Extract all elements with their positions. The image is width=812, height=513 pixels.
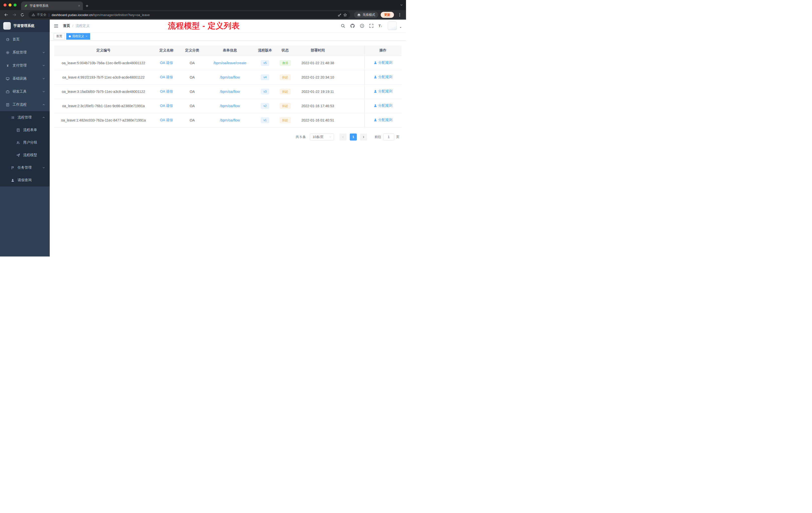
- user-avatar[interactable]: [388, 22, 397, 30]
- page-number-current[interactable]: 1: [350, 133, 357, 141]
- zoom-window-button[interactable]: [13, 3, 17, 6]
- sidebar-item-user-group[interactable]: 用户分组: [0, 136, 50, 149]
- table-row: oa_leave:5:004b710b-7b8a-11ec-8ef0-acde4…: [54, 56, 402, 70]
- bookmark-star-icon[interactable]: [343, 13, 347, 17]
- search-icon[interactable]: [341, 24, 345, 28]
- app-logo: [3, 22, 11, 30]
- person-icon: [374, 118, 377, 122]
- browser-window: 芋道管理系统 不安全 | dashboard.yudao.iocoder.cn/…: [0, 0, 406, 256]
- form-icon: [16, 128, 20, 132]
- pagination-total: 共 5 条: [296, 135, 306, 139]
- person-icon: [374, 75, 377, 79]
- cell-definition-id: oa_leave:2:3c1f0ef1-76b1-11ec-9c66-a2380…: [54, 99, 153, 113]
- cell-category: OA: [180, 113, 204, 127]
- chevron-right-icon: [362, 135, 365, 139]
- sidebar-item-devtools[interactable]: 研发工具: [0, 85, 50, 98]
- assign-rule-label: 分配规则: [378, 75, 393, 79]
- assign-rule-link[interactable]: 分配规则: [374, 89, 393, 94]
- cell-form-info: /bpm/oa/leave/create: [204, 56, 256, 70]
- font-size-icon[interactable]: Tт: [378, 24, 383, 28]
- tag-item[interactable]: 首页: [54, 33, 65, 40]
- definition-name-link[interactable]: OA 请假: [160, 118, 173, 122]
- browser-menu-button[interactable]: [396, 11, 404, 19]
- security-warning-icon[interactable]: [32, 13, 35, 17]
- sidebar-item-task-management[interactable]: 任务管理: [0, 161, 50, 174]
- form-link[interactable]: /bpm/oa/flow: [220, 104, 240, 108]
- minimize-window-button[interactable]: [8, 3, 11, 6]
- sidebar-item-process-model[interactable]: 流程模型: [0, 149, 50, 161]
- cell-definition-name: OA 请假: [153, 70, 180, 84]
- cell-deploy-time: 2022-01-22 20:34:10: [296, 70, 340, 84]
- sidebar-item-workflow[interactable]: 工作流程: [0, 98, 50, 111]
- forward-button[interactable]: [10, 11, 18, 19]
- form-link[interactable]: /bpm/oa/flow: [220, 118, 240, 122]
- sidebar-item-infrastructure[interactable]: 基础设施: [0, 72, 50, 85]
- status-badge: 激活: [280, 60, 291, 66]
- close-icon[interactable]: [85, 35, 88, 37]
- address-bar[interactable]: 不安全 | dashboard.yudao.iocoder.cn/bpm/man…: [29, 11, 350, 18]
- sidebar-item-process-management[interactable]: 流程管理: [0, 111, 50, 124]
- reload-button[interactable]: [19, 11, 26, 19]
- cell-form-info: /bpm/oa/flow: [204, 84, 256, 99]
- browser-tab[interactable]: 芋道管理系统: [21, 1, 83, 10]
- close-window-button[interactable]: [3, 3, 6, 6]
- definition-name-link[interactable]: OA 请假: [160, 75, 173, 79]
- definition-name-link[interactable]: OA 请假: [160, 104, 173, 108]
- cell-definition-id: oa_leave:5:004b710b-7b8a-11ec-8ef0-acde4…: [54, 56, 153, 70]
- sidebar-item-payment[interactable]: ¥支付管理: [0, 59, 50, 72]
- sidebar-item-leave-query[interactable]: 请假查询: [0, 174, 50, 186]
- tab-close-icon[interactable]: [78, 4, 80, 7]
- form-link[interactable]: /bpm/oa/leave/create: [213, 61, 246, 65]
- cell-definition-id: oa_leave:1:482ec033-762a-11ec-8477-a2380…: [54, 113, 153, 127]
- assign-rule-link[interactable]: 分配规则: [374, 103, 393, 108]
- fullscreen-icon[interactable]: [369, 24, 374, 28]
- cell-status: 挂起: [274, 84, 296, 99]
- sidebar-item-process-form[interactable]: 流程表单: [0, 124, 50, 136]
- cell-form-info: /bpm/oa/flow: [204, 70, 256, 84]
- avatar-caret-icon[interactable]: [399, 26, 402, 29]
- tab-search-button[interactable]: [400, 0, 403, 10]
- page-size-select[interactable]: 10条/页: [310, 133, 334, 141]
- col-definition-name: 定义名称: [153, 46, 180, 56]
- page-jump-input[interactable]: [383, 133, 394, 141]
- dashboard-icon: [5, 38, 9, 41]
- sidebar-item-system[interactable]: 系统管理: [0, 46, 50, 59]
- password-key-icon[interactable]: [338, 13, 342, 17]
- assign-rule-link[interactable]: 分配规则: [374, 118, 393, 122]
- chevron-down-icon: [42, 116, 45, 119]
- cell-status: 挂起: [274, 70, 296, 84]
- github-icon[interactable]: [350, 23, 355, 28]
- cell-version: v2: [256, 99, 274, 113]
- tag-active[interactable]: 流程定义: [66, 33, 90, 40]
- cell-category: OA: [180, 99, 204, 113]
- status-badge: 挂起: [280, 103, 291, 109]
- update-button[interactable]: 更新: [381, 12, 394, 18]
- list-icon: [10, 116, 14, 119]
- app-title: 芋道管理系统: [13, 24, 34, 28]
- tags-view: 首页流程定义: [50, 32, 406, 41]
- next-page-button[interactable]: [360, 133, 367, 141]
- jump-suffix-label: 页: [396, 135, 400, 139]
- sidebar: 芋道管理系统 首页系统管理¥支付管理基础设施研发工具工作流程流程管理流程表单用户…: [0, 20, 50, 256]
- sidebar-item-label: 用户分组: [23, 140, 37, 145]
- chevron-down-icon: [42, 77, 45, 80]
- assign-rule-link[interactable]: 分配规则: [374, 60, 393, 65]
- new-tab-button[interactable]: [83, 1, 91, 10]
- back-button[interactable]: [2, 11, 10, 19]
- assign-rule-link[interactable]: 分配规则: [374, 75, 393, 79]
- definition-name-link[interactable]: OA 请假: [160, 61, 173, 65]
- pager: 1: [340, 133, 367, 141]
- definition-name-link[interactable]: OA 请假: [160, 89, 173, 93]
- sidebar-item-home[interactable]: 首页: [0, 33, 50, 46]
- form-link[interactable]: /bpm/oa/flow: [220, 75, 240, 79]
- status-badge: 挂起: [280, 89, 291, 94]
- cell-version: v4: [256, 70, 274, 84]
- form-link[interactable]: /bpm/oa/flow: [220, 90, 240, 94]
- prev-page-button[interactable]: [340, 133, 347, 141]
- page-content: 定义编号 定义名称 定义分类 表单信息 流程版本 状态 部署时间 操作 oa_l…: [50, 41, 406, 256]
- help-icon[interactable]: ?: [360, 24, 364, 28]
- app-logo-row[interactable]: 芋道管理系统: [0, 20, 50, 32]
- table-row: oa_leave:4:991f2193-7b7f-11ec-a3c8-acde4…: [54, 70, 402, 84]
- breadcrumb-home[interactable]: 首页: [63, 24, 70, 28]
- sidebar-toggle-button[interactable]: [54, 24, 58, 28]
